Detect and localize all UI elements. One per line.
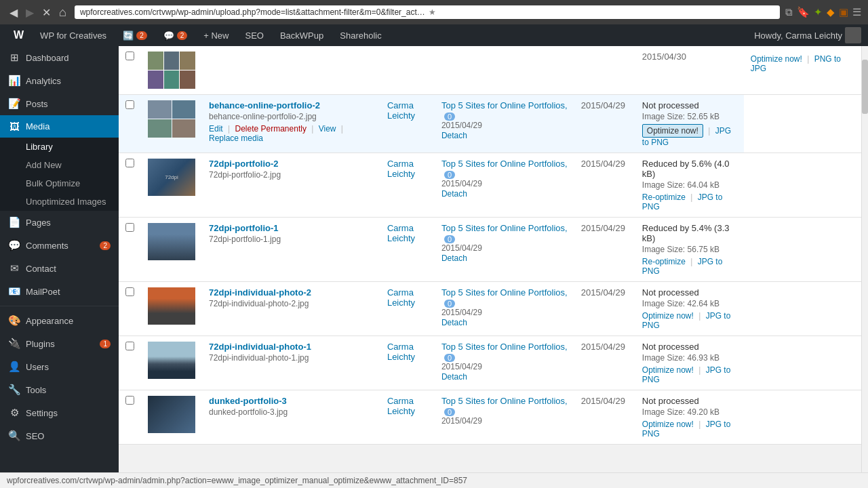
table-row: 72dpi 72dpi-portfolio-2 72dpi-portfolio-… [119, 153, 861, 218]
table-row: 72dpi-individual-photo-2 72dpi-individua… [119, 282, 861, 336]
row-checkbox-cell [119, 95, 141, 153]
row-checkbox-cell [119, 218, 141, 282]
attached-post-link[interactable]: Top 5 Sites for Online Portfolios, [441, 223, 568, 233]
sidebar-item-comments[interactable]: 💬 Comments 2 [0, 234, 119, 257]
re-optimize-link[interactable]: Re-optimize [642, 192, 686, 202]
ext1-icon[interactable]: ✦ [814, 6, 823, 18]
sidebar-item-mailpoet[interactable]: 📧 MailPoet [0, 280, 119, 303]
bookmark-icon[interactable]: 🔖 [797, 6, 810, 18]
forward-button[interactable]: ▶ [23, 5, 37, 20]
view-link[interactable]: View [319, 124, 336, 134]
layers-icon[interactable]: ⧉ [785, 6, 793, 18]
address-bar[interactable]: wpforcreatives.com/crtvwp/wp-admin/uploa… [75, 5, 780, 19]
optimize-cell: Not processed Image Size: 49.20 kB Optim… [635, 390, 744, 445]
file-link[interactable]: 72dpi-portfolio-1 [209, 223, 279, 233]
sidebar-item-seo[interactable]: 🔍 SEO [0, 424, 119, 447]
submenu-item-unoptimized[interactable]: Unoptimized Images [0, 192, 119, 211]
sidebar-item-posts[interactable]: 📝 Posts [0, 92, 119, 115]
author-link[interactable]: CarmaLeichty [387, 342, 415, 362]
edit-link[interactable]: Edit [209, 124, 223, 134]
detach-link[interactable]: Detach [441, 372, 467, 382]
row-checkbox[interactable] [125, 159, 134, 167]
filename-cell: 72dpi-portfolio-1 72dpi-portfolio-1.jpg [202, 218, 380, 282]
optimize-now-button[interactable]: Optimize now! [642, 124, 703, 138]
ext2-icon[interactable]: ◆ [827, 6, 835, 18]
attached-post-link[interactable]: Top 5 Sites for Online Portfolios, [441, 159, 568, 169]
author-link[interactable]: CarmaLeichty [387, 223, 415, 243]
attached-post-link[interactable]: Top 5 Sites for Online Portfolios, [441, 287, 568, 298]
row-checkbox[interactable] [125, 342, 134, 350]
scrollbar[interactable] [861, 46, 868, 472]
wp-logo-item[interactable]: W [7, 24, 31, 46]
delete-permanently-link[interactable]: Delete Permanently [235, 124, 307, 134]
scroll-thumb[interactable] [862, 60, 868, 114]
optimize-now-link[interactable]: Optimize now! [642, 420, 694, 429]
detach-link[interactable]: Detach [441, 253, 467, 263]
file-link[interactable]: behance-online-portfolio-2 [209, 100, 320, 110]
file-link[interactable]: 72dpi-portfolio-2 [209, 159, 279, 169]
sidebar-item-contact[interactable]: ✉ Contact [0, 257, 119, 280]
author-link[interactable]: CarmaLeichty [387, 396, 415, 416]
optimize-status: Reduced by 5.4% (3.3 kB) [642, 223, 737, 243]
attached-cell: Top 5 Sites for Online Portfolios, 0 201… [435, 95, 574, 153]
re-optimize-link[interactable]: Re-optimize [642, 257, 686, 266]
sidebar-item-analytics[interactable]: 📊 Analytics [0, 69, 119, 92]
row-checkbox[interactable] [125, 223, 134, 232]
ext4-icon[interactable]: ☰ [852, 6, 861, 18]
sidebar-item-tools[interactable]: 🔧 Tools [0, 378, 119, 401]
optimize-cell: Not processed Image Size: 42.64 kB Optim… [635, 282, 744, 336]
attached-post-link[interactable]: Top 5 Sites for Online Portfolios, [441, 100, 568, 110]
detach-link[interactable]: Detach [441, 189, 467, 199]
sidebar-item-plugins[interactable]: 🔌 Plugins 1 [0, 332, 119, 355]
row-checkbox[interactable] [125, 287, 134, 296]
thumbnail [148, 100, 195, 138]
optimize-now-link[interactable]: Optimize now! [642, 365, 694, 375]
row-checkbox[interactable] [125, 100, 134, 109]
file-link[interactable]: dunked-portfolio-3 [209, 396, 287, 406]
site-name-item[interactable]: WP for Creatives [33, 24, 113, 46]
sidebar-item-dashboard[interactable]: ⊞ Dashboard [0, 46, 119, 69]
attached-date: 2015/04/29 [441, 121, 568, 130]
sidebar-item-media[interactable]: 🖼 Media [0, 115, 119, 138]
sidebar-item-users[interactable]: 👤 Users [0, 355, 119, 378]
back-button[interactable]: ◀ [7, 5, 20, 20]
submenu-item-bulk-optimize[interactable]: Bulk Optimize [0, 174, 119, 192]
contact-icon: ✉ [8, 262, 20, 274]
author-link[interactable]: CarmaLeichty [387, 287, 415, 308]
attached-post-link[interactable]: Top 5 Sites for Online Portfolios, [441, 342, 568, 352]
replace-media-link[interactable]: Replace media [209, 134, 263, 143]
seo-item[interactable]: SEO [238, 24, 270, 46]
shareholic-item[interactable]: Shareholic [333, 24, 388, 46]
thumbnail-cell [141, 390, 202, 445]
sidebar-item-pages[interactable]: 📄 Pages [0, 211, 119, 234]
comments-item[interactable]: 💬 2 [157, 24, 195, 46]
submenu-item-library[interactable]: Library [0, 138, 119, 156]
attached-post-link[interactable]: Top 5 Sites for Online Portfolios, [441, 396, 568, 406]
optimize-actions: Re-optimize | JPG to PNG [642, 257, 737, 276]
updates-item[interactable]: 🔄 2 [116, 24, 154, 46]
browser-nav[interactable]: ◀ ▶ ✕ ⌂ [7, 4, 69, 21]
file-link[interactable]: 72dpi-individual-photo-2 [209, 287, 311, 298]
optimize-now-link[interactable]: Optimize now! [751, 54, 802, 64]
backwpup-item[interactable]: BackWPup [273, 24, 330, 46]
detach-link[interactable]: Detach [441, 131, 467, 140]
optimize-cell: Reduced by 5.4% (3.3 kB) Image Size: 56.… [635, 218, 744, 282]
author-link[interactable]: CarmaLeichty [387, 159, 415, 179]
home-button[interactable]: ⌂ [56, 4, 69, 21]
user-menu[interactable]: Howdy, Carma Leichty [754, 27, 861, 43]
sidebar-item-settings[interactable]: ⚙ Settings [0, 401, 119, 424]
ext3-icon[interactable]: ▣ [839, 6, 848, 18]
submenu-item-add-new[interactable]: Add New [0, 156, 119, 174]
sidebar-item-appearance[interactable]: 🎨 Appearance [0, 309, 119, 332]
file-link[interactable]: 72dpi-individual-photo-1 [209, 342, 311, 352]
optimize-now-link[interactable]: Optimize now! [642, 311, 694, 321]
detach-link[interactable]: Detach [441, 318, 467, 327]
site-name-label: WP for Creatives [40, 30, 106, 41]
new-content-item[interactable]: + New [197, 24, 235, 46]
row-checkbox[interactable] [125, 52, 134, 60]
sidebar-item-label: Users [26, 362, 111, 372]
row-checkbox[interactable] [125, 396, 134, 405]
optimize-actions: Optimize now! | JPG to PNG [642, 365, 737, 384]
author-link[interactable]: CarmaLeichty [387, 100, 415, 121]
reload-button[interactable]: ✕ [39, 5, 54, 20]
